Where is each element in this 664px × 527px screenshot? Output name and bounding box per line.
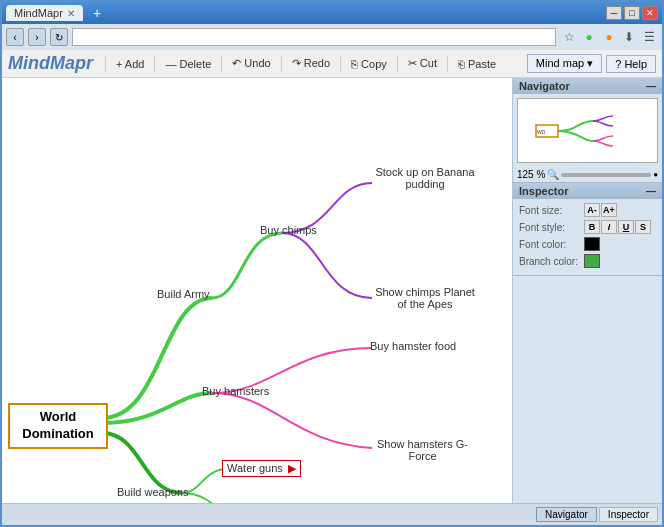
paste-button[interactable]: ⎗ Paste bbox=[450, 56, 504, 72]
font-size-label: Font size: bbox=[519, 205, 584, 216]
mindmap-canvas[interactable]: WorldDomination Build Army Buy chimps St… bbox=[2, 78, 512, 503]
inspector-body: Font size: A- A+ Font style: B I U bbox=[513, 199, 662, 275]
branch-color-label: Branch color: bbox=[519, 256, 584, 267]
navigator-header: Navigator — bbox=[513, 78, 662, 94]
toolbar-sep-7 bbox=[447, 56, 448, 72]
main-window: MindMapr ✕ + ─ □ ✕ ‹ › ↻ ☆ ● ● ⬇ ☰ MindM… bbox=[0, 0, 664, 527]
font-color-row: Font color: bbox=[519, 237, 656, 251]
font-size-increase-button[interactable]: A+ bbox=[601, 203, 617, 217]
download-icon[interactable]: ⬇ bbox=[620, 28, 638, 46]
strikethrough-button[interactable]: S bbox=[635, 220, 651, 234]
zoom-out-icon[interactable]: 🔍 bbox=[547, 169, 559, 180]
zoom-slider-thumb: ● bbox=[653, 170, 658, 179]
title-bar: MindMapr ✕ + ─ □ ✕ bbox=[2, 2, 662, 24]
build-weapons-node[interactable]: Build weapons bbox=[117, 486, 189, 498]
branch-color-row: Branch color: bbox=[519, 254, 656, 268]
font-size-row: Font size: A- A+ bbox=[519, 203, 656, 217]
right-panel: Navigator — WD bbox=[512, 78, 662, 503]
inspector-section: Inspector — Font size: A- A+ Font style bbox=[513, 183, 662, 276]
orange-circle-icon: ● bbox=[600, 28, 618, 46]
navigator-collapse-button[interactable]: — bbox=[646, 81, 656, 92]
water-guns-text: Water guns bbox=[227, 462, 283, 474]
tab-title: MindMapr bbox=[14, 7, 63, 19]
title-bar-left: MindMapr ✕ + bbox=[6, 3, 107, 23]
font-style-label: Font style: bbox=[519, 222, 584, 233]
font-color-swatch[interactable] bbox=[584, 237, 600, 251]
menu-icon[interactable]: ☰ bbox=[640, 28, 658, 46]
toolbar-sep-3 bbox=[221, 56, 222, 72]
font-style-row: Font style: B I U S bbox=[519, 220, 656, 234]
window-controls: ─ □ ✕ bbox=[606, 6, 658, 20]
inspector-title: Inspector bbox=[519, 185, 569, 197]
close-button[interactable]: ✕ bbox=[642, 6, 658, 20]
buy-chimps-text: Buy chimps bbox=[260, 224, 317, 236]
buy-chimps-node[interactable]: Buy chimps bbox=[260, 224, 317, 236]
undo-button[interactable]: ↶ Undo bbox=[224, 55, 278, 72]
cut-button[interactable]: ✂ Cut bbox=[400, 55, 445, 72]
copy-button[interactable]: ⎘ Copy bbox=[343, 56, 395, 72]
toolbar-sep-5 bbox=[340, 56, 341, 72]
central-node-text: WorldDomination bbox=[22, 409, 94, 441]
stock-banana-node[interactable]: Stock up on Bananapudding bbox=[370, 166, 480, 190]
build-army-text: Build Army bbox=[157, 288, 210, 300]
italic-button[interactable]: I bbox=[601, 220, 617, 234]
font-size-controls: A- A+ bbox=[584, 203, 617, 217]
font-color-label: Font color: bbox=[519, 239, 584, 250]
underline-button[interactable]: U bbox=[618, 220, 634, 234]
svg-text:WD: WD bbox=[537, 129, 546, 135]
buy-hamsters-node[interactable]: Buy hamsters bbox=[202, 385, 269, 397]
show-hamsters-node[interactable]: Show hamsters G-Force bbox=[370, 438, 475, 462]
address-bar: ‹ › ↻ ☆ ● ● ⬇ ☰ bbox=[2, 24, 662, 50]
navigator-preview: WD bbox=[517, 98, 658, 163]
show-hamsters-text: Show hamsters G-Force bbox=[377, 438, 468, 462]
navigator-preview-svg: WD bbox=[528, 101, 648, 161]
add-button[interactable]: + Add bbox=[108, 56, 152, 72]
url-input[interactable] bbox=[72, 28, 556, 46]
navigator-title: Navigator bbox=[519, 80, 570, 92]
toolbar-sep-4 bbox=[281, 56, 282, 72]
new-tab-button[interactable]: + bbox=[87, 3, 107, 23]
status-bar: Navigator Inspector bbox=[2, 503, 662, 525]
tab-close-icon[interactable]: ✕ bbox=[67, 8, 75, 19]
app-title: MindMapr bbox=[8, 53, 93, 74]
minimize-button[interactable]: ─ bbox=[606, 6, 622, 20]
buy-hamster-food-node[interactable]: Buy hamster food bbox=[370, 340, 456, 352]
branch-color-swatch[interactable] bbox=[584, 254, 600, 268]
font-size-decrease-button[interactable]: A- bbox=[584, 203, 600, 217]
navigator-section: Navigator — WD bbox=[513, 78, 662, 183]
address-right-icons: ☆ ● ● ⬇ ☰ bbox=[560, 28, 658, 46]
delete-button[interactable]: — Delete bbox=[157, 56, 219, 72]
zoom-slider[interactable] bbox=[561, 173, 651, 177]
green-circle-icon: ● bbox=[580, 28, 598, 46]
app-toolbar: MindMapr + Add — Delete ↶ Undo ↷ Redo ⎘ … bbox=[2, 50, 662, 78]
back-button[interactable]: ‹ bbox=[6, 28, 24, 46]
forward-button[interactable]: › bbox=[28, 28, 46, 46]
inspector-collapse-button[interactable]: — bbox=[646, 186, 656, 197]
water-guns-node[interactable]: Water guns ▶ bbox=[222, 460, 301, 477]
navigator-status-button[interactable]: Navigator bbox=[536, 507, 597, 522]
bold-button[interactable]: B bbox=[584, 220, 600, 234]
buy-hamsters-text: Buy hamsters bbox=[202, 385, 269, 397]
toolbar-sep-6 bbox=[397, 56, 398, 72]
show-chimps-node[interactable]: Show chimps Planetof the Apes bbox=[370, 286, 480, 310]
build-weapons-text: Build weapons bbox=[117, 486, 189, 498]
buy-hamster-food-text: Buy hamster food bbox=[370, 340, 456, 352]
browser-tab[interactable]: MindMapr ✕ bbox=[6, 5, 83, 21]
toolbar-sep-1 bbox=[105, 56, 106, 72]
font-style-controls: B I U S bbox=[584, 220, 651, 234]
refresh-button[interactable]: ↻ bbox=[50, 28, 68, 46]
build-army-node[interactable]: Build Army bbox=[157, 288, 210, 300]
inspector-status-button[interactable]: Inspector bbox=[599, 507, 658, 522]
mind-map-dropdown[interactable]: Mind map ▾ bbox=[527, 54, 602, 73]
main-content: WorldDomination Build Army Buy chimps St… bbox=[2, 78, 662, 503]
maximize-button[interactable]: □ bbox=[624, 6, 640, 20]
help-button[interactable]: ? Help bbox=[606, 55, 656, 73]
redo-button[interactable]: ↷ Redo bbox=[284, 55, 338, 72]
zoom-level: 125 % bbox=[517, 169, 545, 180]
star-icon[interactable]: ☆ bbox=[560, 28, 578, 46]
inspector-header: Inspector — bbox=[513, 183, 662, 199]
central-node[interactable]: WorldDomination bbox=[8, 403, 108, 449]
water-guns-indicator: ▶ bbox=[288, 462, 296, 474]
navigator-zoom-bar: 125 % 🔍 ● bbox=[513, 167, 662, 182]
toolbar-sep-2 bbox=[154, 56, 155, 72]
